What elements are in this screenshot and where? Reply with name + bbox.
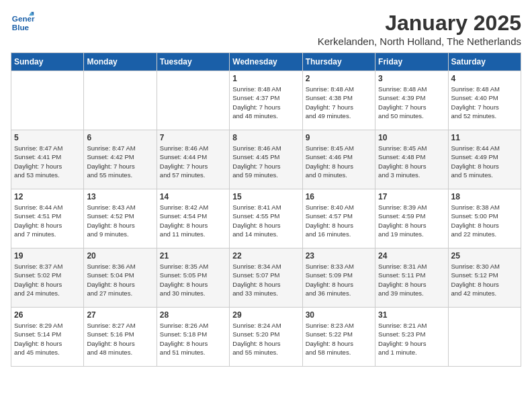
calendar-week-row: 19Sunrise: 8:37 AM Sunset: 5:02 PM Dayli… xyxy=(11,248,521,308)
calendar-cell: 16Sunrise: 8:40 AM Sunset: 4:57 PM Dayli… xyxy=(302,189,375,248)
calendar-subtitle: Kerkelanden, North Holland, The Netherla… xyxy=(318,36,521,47)
calendar-cell: 21Sunrise: 8:35 AM Sunset: 5:05 PM Dayli… xyxy=(157,248,229,308)
calendar-cell: 3Sunrise: 8:48 AM Sunset: 4:39 PM Daylig… xyxy=(375,71,448,130)
day-number: 7 xyxy=(160,133,226,142)
header-row: SundayMondayTuesdayWednesdayThursdayFrid… xyxy=(11,53,521,71)
day-number: 17 xyxy=(378,192,445,201)
day-info: Sunrise: 8:33 AM Sunset: 5:09 PM Dayligh… xyxy=(306,262,372,298)
weekday-header: Friday xyxy=(375,53,448,71)
weekday-header: Monday xyxy=(84,53,157,71)
calendar-cell: 2Sunrise: 8:48 AM Sunset: 4:38 PM Daylig… xyxy=(302,71,375,130)
day-number: 6 xyxy=(87,133,153,142)
calendar-cell: 26Sunrise: 8:29 AM Sunset: 5:14 PM Dayli… xyxy=(11,308,84,367)
day-number: 10 xyxy=(378,133,445,142)
weekday-header: Sunday xyxy=(11,53,84,71)
weekday-header: Wednesday xyxy=(230,53,302,71)
day-info: Sunrise: 8:48 AM Sunset: 4:38 PM Dayligh… xyxy=(306,85,372,120)
calendar-cell: 27Sunrise: 8:27 AM Sunset: 5:16 PM Dayli… xyxy=(84,308,157,367)
day-number: 14 xyxy=(160,192,226,201)
day-info: Sunrise: 8:45 AM Sunset: 4:46 PM Dayligh… xyxy=(306,144,372,179)
day-number: 12 xyxy=(14,192,81,201)
calendar-cell: 5Sunrise: 8:47 AM Sunset: 4:41 PM Daylig… xyxy=(11,130,84,189)
day-number: 3 xyxy=(378,74,445,83)
day-number: 11 xyxy=(451,133,518,142)
day-number: 2 xyxy=(306,74,372,83)
day-info: Sunrise: 8:23 AM Sunset: 5:22 PM Dayligh… xyxy=(306,321,372,357)
day-info: Sunrise: 8:37 AM Sunset: 5:02 PM Dayligh… xyxy=(14,262,81,298)
weekday-header: Thursday xyxy=(302,53,375,71)
calendar-cell xyxy=(84,71,157,130)
logo: General Blue xyxy=(11,11,35,35)
day-number: 5 xyxy=(14,133,81,142)
day-info: Sunrise: 8:44 AM Sunset: 4:49 PM Dayligh… xyxy=(451,144,518,179)
day-info: Sunrise: 8:42 AM Sunset: 4:54 PM Dayligh… xyxy=(160,203,226,238)
day-info: Sunrise: 8:29 AM Sunset: 5:14 PM Dayligh… xyxy=(14,321,81,357)
calendar-cell: 1Sunrise: 8:48 AM Sunset: 4:37 PM Daylig… xyxy=(230,71,302,130)
calendar-cell: 14Sunrise: 8:42 AM Sunset: 4:54 PM Dayli… xyxy=(157,189,229,248)
calendar-cell: 9Sunrise: 8:45 AM Sunset: 4:46 PM Daylig… xyxy=(302,130,375,189)
day-info: Sunrise: 8:26 AM Sunset: 5:18 PM Dayligh… xyxy=(160,321,226,357)
day-info: Sunrise: 8:21 AM Sunset: 5:23 PM Dayligh… xyxy=(378,321,445,357)
day-number: 18 xyxy=(451,192,518,201)
day-info: Sunrise: 8:27 AM Sunset: 5:16 PM Dayligh… xyxy=(87,321,153,357)
calendar-cell: 19Sunrise: 8:37 AM Sunset: 5:02 PM Dayli… xyxy=(11,248,84,308)
day-info: Sunrise: 8:46 AM Sunset: 4:44 PM Dayligh… xyxy=(160,144,226,179)
calendar-cell: 11Sunrise: 8:44 AM Sunset: 4:49 PM Dayli… xyxy=(448,130,521,189)
day-number: 15 xyxy=(232,192,299,201)
day-number: 30 xyxy=(306,310,372,320)
calendar-cell xyxy=(157,71,229,130)
calendar-cell xyxy=(448,308,521,367)
day-info: Sunrise: 8:24 AM Sunset: 5:20 PM Dayligh… xyxy=(232,321,299,357)
calendar-cell: 20Sunrise: 8:36 AM Sunset: 5:04 PM Dayli… xyxy=(84,248,157,308)
day-number: 1 xyxy=(232,74,299,83)
day-number: 27 xyxy=(87,310,153,320)
day-info: Sunrise: 8:31 AM Sunset: 5:11 PM Dayligh… xyxy=(378,262,445,298)
calendar-cell: 22Sunrise: 8:34 AM Sunset: 5:07 PM Dayli… xyxy=(230,248,302,308)
day-number: 29 xyxy=(232,310,299,320)
day-info: Sunrise: 8:41 AM Sunset: 4:55 PM Dayligh… xyxy=(232,203,299,238)
calendar-cell: 4Sunrise: 8:48 AM Sunset: 4:40 PM Daylig… xyxy=(448,71,521,130)
calendar-week-row: 26Sunrise: 8:29 AM Sunset: 5:14 PM Dayli… xyxy=(11,308,521,367)
calendar-cell: 29Sunrise: 8:24 AM Sunset: 5:20 PM Dayli… xyxy=(230,308,302,367)
day-number: 8 xyxy=(232,133,299,142)
day-number: 4 xyxy=(451,74,518,83)
day-info: Sunrise: 8:46 AM Sunset: 4:45 PM Dayligh… xyxy=(232,144,299,179)
day-info: Sunrise: 8:35 AM Sunset: 5:05 PM Dayligh… xyxy=(160,262,226,298)
day-number: 31 xyxy=(378,310,445,320)
day-number: 21 xyxy=(160,251,226,261)
weekday-header: Tuesday xyxy=(157,53,229,71)
day-info: Sunrise: 8:47 AM Sunset: 4:41 PM Dayligh… xyxy=(14,144,81,179)
day-number: 13 xyxy=(87,192,153,201)
calendar-cell: 8Sunrise: 8:46 AM Sunset: 4:45 PM Daylig… xyxy=(230,130,302,189)
day-info: Sunrise: 8:40 AM Sunset: 4:57 PM Dayligh… xyxy=(306,203,372,238)
calendar-cell: 25Sunrise: 8:30 AM Sunset: 5:12 PM Dayli… xyxy=(448,248,521,308)
calendar-week-row: 5Sunrise: 8:47 AM Sunset: 4:41 PM Daylig… xyxy=(11,130,521,189)
day-info: Sunrise: 8:45 AM Sunset: 4:48 PM Dayligh… xyxy=(378,144,445,179)
calendar-title: January 2025 xyxy=(318,11,521,36)
page-header: General Blue January 2025 Kerkelanden, N… xyxy=(11,11,521,47)
day-number: 24 xyxy=(378,251,445,261)
calendar-week-row: 12Sunrise: 8:44 AM Sunset: 4:51 PM Dayli… xyxy=(11,189,521,248)
day-info: Sunrise: 8:39 AM Sunset: 4:59 PM Dayligh… xyxy=(378,203,445,238)
calendar-week-row: 1Sunrise: 8:48 AM Sunset: 4:37 PM Daylig… xyxy=(11,71,521,130)
calendar-cell: 10Sunrise: 8:45 AM Sunset: 4:48 PM Dayli… xyxy=(375,130,448,189)
day-info: Sunrise: 8:48 AM Sunset: 4:37 PM Dayligh… xyxy=(232,85,299,120)
calendar-cell: 17Sunrise: 8:39 AM Sunset: 4:59 PM Dayli… xyxy=(375,189,448,248)
calendar-cell: 15Sunrise: 8:41 AM Sunset: 4:55 PM Dayli… xyxy=(230,189,302,248)
day-number: 16 xyxy=(306,192,372,201)
day-number: 26 xyxy=(14,310,81,320)
calendar-cell xyxy=(11,71,84,130)
calendar-cell: 6Sunrise: 8:47 AM Sunset: 4:42 PM Daylig… xyxy=(84,130,157,189)
day-number: 28 xyxy=(160,310,226,320)
day-info: Sunrise: 8:48 AM Sunset: 4:39 PM Dayligh… xyxy=(378,85,445,120)
calendar-cell: 18Sunrise: 8:38 AM Sunset: 5:00 PM Dayli… xyxy=(448,189,521,248)
day-number: 19 xyxy=(14,251,81,261)
day-number: 9 xyxy=(306,133,372,142)
day-number: 20 xyxy=(87,251,153,261)
day-info: Sunrise: 8:34 AM Sunset: 5:07 PM Dayligh… xyxy=(232,262,299,298)
weekday-header: Saturday xyxy=(448,53,521,71)
calendar-header: SundayMondayTuesdayWednesdayThursdayFrid… xyxy=(11,53,521,71)
day-info: Sunrise: 8:44 AM Sunset: 4:51 PM Dayligh… xyxy=(14,203,81,238)
day-info: Sunrise: 8:30 AM Sunset: 5:12 PM Dayligh… xyxy=(451,262,518,298)
calendar-cell: 23Sunrise: 8:33 AM Sunset: 5:09 PM Dayli… xyxy=(302,248,375,308)
